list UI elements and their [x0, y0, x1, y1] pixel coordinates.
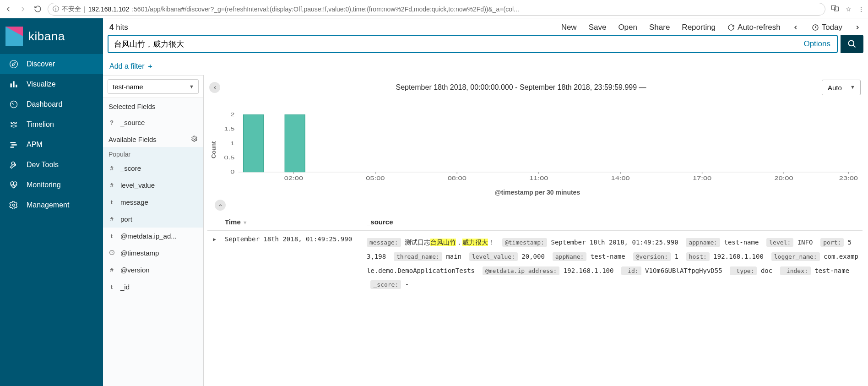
svg-text:20:00: 20:00	[774, 175, 793, 181]
action-share[interactable]: Share	[649, 23, 670, 32]
svg-point-2	[10, 60, 18, 68]
gauge-icon	[9, 100, 18, 109]
hit-count: 4 hits	[109, 23, 128, 32]
main-content: 4 hits New Save Open Share Reporting Aut…	[103, 18, 868, 386]
wrench-icon	[9, 160, 18, 169]
heartbeat-icon	[9, 180, 18, 190]
translate-icon[interactable]	[831, 4, 839, 14]
nav-discover[interactable]: Discover	[0, 54, 103, 74]
browser-forward-button[interactable]	[18, 5, 27, 14]
action-reporting[interactable]: Reporting	[682, 23, 716, 32]
action-save[interactable]: Save	[589, 23, 607, 32]
type-date-icon	[108, 250, 115, 257]
browser-reload-button[interactable]	[33, 5, 42, 14]
action-open[interactable]: Open	[618, 23, 637, 32]
field-port[interactable]: #port	[103, 211, 203, 228]
kibana-logo-icon	[5, 27, 23, 46]
nav-label: Timelion	[27, 120, 54, 129]
popular-label: Popular	[103, 147, 203, 160]
field-level-value[interactable]: #level_value	[103, 177, 203, 194]
nav-apm[interactable]: APM	[0, 135, 103, 155]
svg-text:0: 0	[230, 169, 234, 175]
browser-url-bar[interactable]: ⓘ 不安全 | 192.168.1.102:5601/app/kibana#/d…	[48, 3, 825, 16]
field-id[interactable]: t_id	[103, 278, 203, 295]
svg-line-16	[853, 45, 856, 48]
documents-table: Time▼ _source ▸ September 18th 2018, 01:…	[207, 213, 863, 296]
svg-point-19	[194, 138, 195, 140]
search-options-link[interactable]: Options	[797, 39, 837, 49]
app-logo[interactable]: kibana	[0, 18, 103, 54]
svg-rect-6	[16, 85, 17, 87]
chart-xlabel: @timestamp per 30 minutes	[217, 187, 858, 200]
nav-label: Visualize	[27, 80, 56, 88]
chart-ylabel: Count	[210, 100, 217, 200]
type-string-icon: t	[108, 199, 115, 206]
time-prev-button[interactable]	[792, 24, 800, 31]
time-next-button[interactable]	[854, 24, 862, 31]
nav-dashboard[interactable]: Dashboard	[0, 94, 103, 114]
nav-label: Dev Tools	[27, 161, 59, 169]
bookmark-star-icon[interactable]: ☆	[846, 5, 852, 13]
svg-text:17:00: 17:00	[693, 175, 711, 181]
expand-row-button[interactable]: ▸	[207, 231, 221, 297]
nav-devtools[interactable]: Dev Tools	[0, 155, 103, 175]
type-string-icon: t	[108, 283, 115, 290]
svg-text:2: 2	[230, 112, 234, 118]
histogram-svg[interactable]: 0 0.5 1 1.5 2 0	[217, 100, 858, 187]
col-time[interactable]: Time▼	[221, 213, 363, 231]
type-number-icon: #	[108, 165, 115, 172]
compass-icon	[9, 60, 18, 69]
field-score[interactable]: #_score	[103, 160, 203, 177]
svg-point-8	[11, 123, 12, 124]
svg-text:1.5: 1.5	[224, 126, 235, 132]
nav-monitoring[interactable]: Monitoring	[0, 175, 103, 195]
nav-timelion[interactable]: Timelion	[0, 114, 103, 135]
svg-rect-4	[11, 83, 12, 87]
svg-rect-28	[285, 114, 305, 172]
field-version[interactable]: #@version	[103, 261, 203, 278]
browser-back-button[interactable]	[4, 5, 13, 14]
gear-icon	[9, 201, 18, 210]
index-pattern-select[interactable]: test-name	[108, 79, 199, 94]
fields-settings-button[interactable]	[191, 136, 198, 143]
field-source[interactable]: ?_source	[103, 114, 203, 131]
interval-select[interactable]: Auto	[822, 80, 861, 95]
col-source[interactable]: _source	[363, 213, 863, 231]
field-timestamp[interactable]: @timestamp	[103, 245, 203, 261]
search-submit-button[interactable]	[841, 35, 863, 53]
add-filter-button[interactable]: Add a filter	[109, 62, 153, 71]
nav-management[interactable]: Management	[0, 195, 103, 215]
timepicker-button[interactable]: Today	[812, 23, 842, 32]
action-autorefresh[interactable]: Auto-refresh	[727, 23, 781, 32]
search-input[interactable]	[108, 36, 797, 52]
info-icon: ⓘ	[53, 5, 59, 13]
nav-label: Management	[27, 201, 69, 209]
clock-icon	[812, 24, 819, 31]
field-metdata-ip[interactable]: t@metdata.ip_ad...	[103, 228, 203, 245]
browser-menu-icon[interactable]: ⋮	[858, 5, 864, 13]
type-number-icon: #	[108, 216, 115, 223]
app-name: kibana	[28, 29, 65, 43]
svg-rect-12	[11, 147, 14, 148]
timelion-icon	[9, 120, 18, 129]
type-number-icon: #	[108, 182, 115, 189]
nav-visualize[interactable]: Visualize	[0, 74, 103, 94]
insecure-label: 不安全	[62, 5, 81, 13]
svg-text:05:00: 05:00	[366, 175, 385, 181]
scroll-top-button[interactable]	[215, 200, 226, 211]
collapse-sidebar-button[interactable]	[209, 82, 220, 93]
apm-icon	[9, 140, 18, 149]
col-expand	[207, 213, 221, 231]
type-number-icon: #	[108, 266, 115, 273]
available-fields-header: Available Fields	[103, 131, 203, 147]
svg-point-9	[16, 123, 16, 124]
url-host: 192.168.1.102	[88, 5, 130, 13]
svg-text:23:00: 23:00	[839, 175, 858, 181]
svg-rect-27	[244, 114, 264, 172]
field-message[interactable]: tmessage	[103, 194, 203, 211]
selected-fields-header: Selected Fields	[103, 98, 203, 114]
fields-sidebar: test-name ▼ Selected Fields ?_source Ava…	[103, 75, 204, 386]
action-new[interactable]: New	[561, 23, 577, 32]
svg-text:11:00: 11:00	[529, 175, 548, 181]
svg-point-13	[13, 204, 15, 207]
